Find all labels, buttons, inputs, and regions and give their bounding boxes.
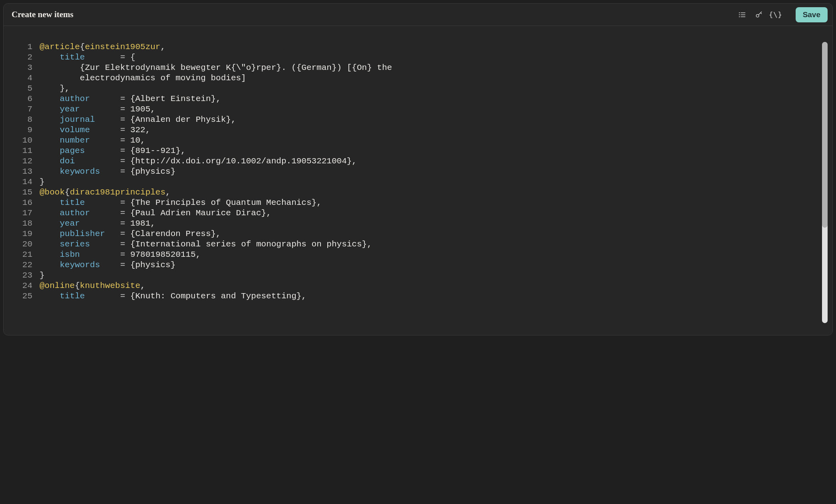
- save-button[interactable]: Save: [796, 7, 828, 22]
- code-line: number = 10,: [40, 135, 827, 146]
- code-line: journal = {Annalen der Physik},: [40, 115, 827, 125]
- code-line: year = 1905,: [40, 104, 827, 115]
- code-line: author = {Albert Einstein},: [40, 94, 827, 104]
- code-line: author = {Paul Adrien Maurice Dirac},: [40, 208, 827, 218]
- code-editor[interactable]: 1234567891011121314151617181920212223242…: [12, 42, 827, 331]
- code-line: title = {: [40, 52, 827, 63]
- code-line: isbn = 9780198520115,: [40, 250, 827, 260]
- code-line: @online{knuthwebsite,: [40, 281, 827, 291]
- code-line: year = 1981,: [40, 218, 827, 229]
- code-line: series = {International series of monogr…: [40, 239, 827, 250]
- ordered-list-icon[interactable]: [736, 9, 748, 20]
- code-line: },: [40, 83, 827, 94]
- code-line: publisher = {Clarendon Press},: [40, 229, 827, 239]
- code-line: volume = 322,: [40, 125, 827, 135]
- code-line: electrodynamics of moving bodies]: [40, 73, 827, 83]
- code-content[interactable]: @article{einstein1905zur, title = { {Zur…: [40, 42, 827, 331]
- code-line: pages = {891--921},: [40, 146, 827, 156]
- bibtex-editor-panel: Create new items {\} Save: [3, 3, 833, 335]
- code-line: }: [40, 177, 827, 187]
- scrollbar-thumb[interactable]: [822, 42, 828, 228]
- panel-header: Create new items {\} Save: [4, 4, 832, 26]
- code-line: title = {The Principles of Quantum Mecha…: [40, 198, 827, 208]
- code-line: keywords = {physics}: [40, 167, 827, 177]
- code-line: {Zur Elektrodynamik bewegter K{\"o}rper}…: [40, 63, 827, 73]
- scrollbar-track[interactable]: [822, 42, 828, 323]
- panel-title: Create new items: [12, 10, 74, 20]
- code-line: @book{dirac1981principles,: [40, 187, 827, 198]
- editor-area: 1234567891011121314151617181920212223242…: [4, 26, 832, 335]
- key-icon[interactable]: [753, 9, 764, 20]
- toolbar: {\} Save: [736, 7, 828, 22]
- line-number-gutter: 1234567891011121314151617181920212223242…: [12, 42, 40, 331]
- code-line: keywords = {physics}: [40, 260, 827, 270]
- code-line: @article{einstein1905zur,: [40, 42, 827, 52]
- code-line: title = {Knuth: Computers and Typesettin…: [40, 291, 827, 302]
- braces-icon[interactable]: {\}: [770, 9, 781, 20]
- code-line: }: [40, 270, 827, 281]
- code-line: doi = {http://dx.doi.org/10.1002/andp.19…: [40, 156, 827, 167]
